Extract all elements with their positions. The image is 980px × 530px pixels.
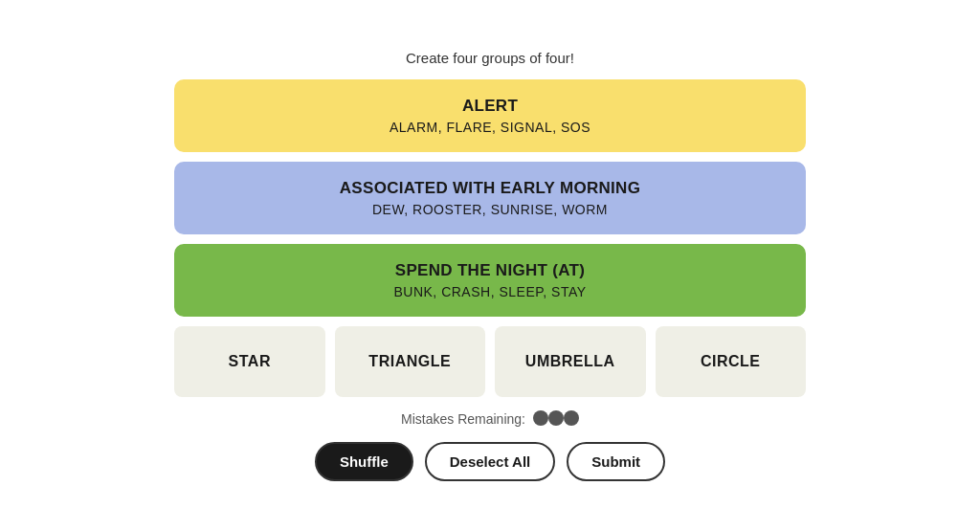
tile-star[interactable]: STAR [174, 326, 325, 397]
instruction-text: Create four groups of four! [406, 50, 574, 66]
group-title-early-morning: ASSOCIATED WITH EARLY MORNING [193, 179, 787, 198]
game-container: Create four groups of four! ALERTALARM, … [174, 50, 806, 481]
mistakes-row: Mistakes Remaining: [401, 410, 579, 429]
mistake-dot-3 [564, 410, 579, 426]
tile-triangle[interactable]: TRIANGLE [335, 326, 486, 397]
mistake-dot-1 [533, 410, 548, 426]
tile-umbrella[interactable]: UMBRELLA [495, 326, 646, 397]
groups-container: ALERTALARM, FLARE, SIGNAL, SOSASSOCIATED… [174, 79, 806, 317]
deselect-all-button[interactable]: Deselect All [425, 442, 556, 481]
group-items-early-morning: DEW, ROOSTER, SUNRISE, WORM [193, 202, 787, 217]
shuffle-button[interactable]: Shuffle [315, 442, 413, 481]
group-card-spend-night: SPEND THE NIGHT (AT)BUNK, CRASH, SLEEP, … [174, 244, 806, 317]
buttons-row: ShuffleDeselect AllSubmit [315, 442, 665, 481]
mistakes-label: Mistakes Remaining: [401, 411, 525, 427]
submit-button[interactable]: Submit [567, 442, 665, 481]
group-items-spend-night: BUNK, CRASH, SLEEP, STAY [193, 284, 787, 299]
dots-container [533, 410, 579, 429]
group-card-alert: ALERTALARM, FLARE, SIGNAL, SOS [174, 79, 806, 152]
tiles-row: STARTRIANGLEUMBRELLACIRCLE [174, 326, 806, 397]
group-title-alert: ALERT [193, 97, 787, 116]
group-card-early-morning: ASSOCIATED WITH EARLY MORNINGDEW, ROOSTE… [174, 162, 806, 234]
tile-circle[interactable]: CIRCLE [656, 326, 807, 397]
mistake-dot-2 [548, 410, 564, 426]
group-items-alert: ALARM, FLARE, SIGNAL, SOS [193, 120, 787, 135]
group-title-spend-night: SPEND THE NIGHT (AT) [193, 261, 787, 280]
